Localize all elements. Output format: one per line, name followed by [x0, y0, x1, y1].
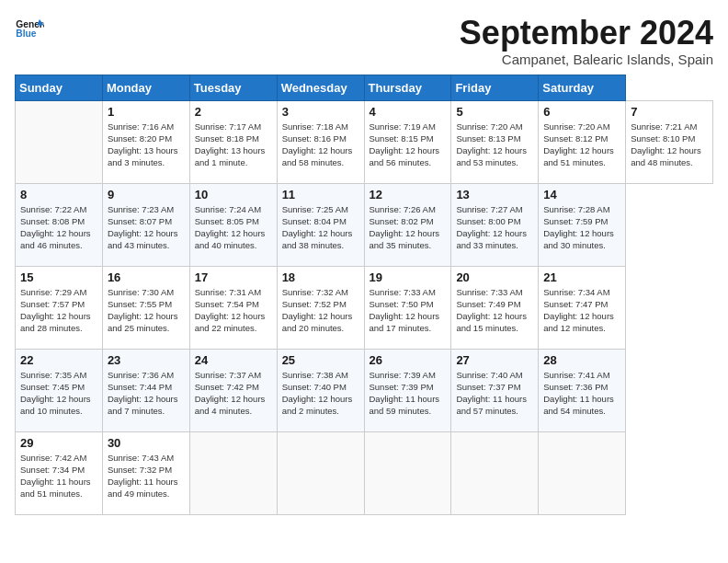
calendar-cell: 8 Sunrise: 7:22 AM Sunset: 8:08 PM Dayli…	[16, 183, 103, 266]
sunrise-text: Sunrise: 7:16 AM	[108, 121, 174, 132]
calendar-table: Sunday Monday Tuesday Wednesday Thursday…	[15, 75, 713, 515]
sunrise-text: Sunrise: 7:22 AM	[20, 204, 86, 214]
day-number: 1	[108, 105, 185, 119]
daylight-text: Daylight: 11 hours and 59 minutes.	[370, 394, 440, 416]
header-row: Sunday Monday Tuesday Wednesday Thursday…	[16, 75, 713, 100]
day-number: 23	[108, 353, 185, 367]
calendar-week-1: 1 Sunrise: 7:16 AM Sunset: 8:20 PM Dayli…	[16, 100, 713, 183]
sunrise-text: Sunrise: 7:36 AM	[108, 370, 174, 380]
day-info: Sunrise: 7:34 AM Sunset: 7:47 PM Dayligh…	[543, 286, 620, 335]
sunset-text: Sunset: 7:47 PM	[543, 299, 608, 309]
daylight-text: Daylight: 12 hours and 7 minutes.	[108, 394, 178, 416]
calendar-cell: 12 Sunrise: 7:26 AM Sunset: 8:02 PM Dayl…	[364, 183, 451, 266]
day-number: 18	[282, 270, 359, 284]
sunrise-text: Sunrise: 7:23 AM	[108, 204, 174, 214]
calendar-subtitle: Campanet, Balearic Islands, Spain	[460, 52, 713, 67]
title-block: September 2024 Campanet, Balearic Island…	[460, 15, 713, 67]
sunset-text: Sunset: 7:50 PM	[370, 299, 434, 309]
sunset-text: Sunset: 7:52 PM	[282, 299, 347, 309]
day-info: Sunrise: 7:21 AM Sunset: 8:10 PM Dayligh…	[631, 121, 708, 169]
daylight-text: Daylight: 12 hours and 33 minutes.	[456, 228, 527, 250]
daylight-text: Daylight: 12 hours and 12 minutes.	[543, 311, 614, 333]
day-info: Sunrise: 7:31 AM Sunset: 7:54 PM Dayligh…	[195, 286, 272, 335]
day-info: Sunrise: 7:23 AM Sunset: 8:07 PM Dayligh…	[108, 203, 185, 252]
sunset-text: Sunset: 7:34 PM	[20, 465, 85, 475]
header-monday: Monday	[102, 75, 189, 100]
calendar-cell	[364, 431, 451, 514]
sunset-text: Sunset: 8:10 PM	[631, 133, 695, 144]
day-info: Sunrise: 7:20 AM Sunset: 8:13 PM Dayligh…	[456, 121, 533, 169]
sunset-text: Sunset: 7:40 PM	[282, 382, 347, 392]
calendar-cell: 30 Sunrise: 7:43 AM Sunset: 7:32 PM Dayl…	[102, 431, 189, 514]
sunset-text: Sunset: 8:02 PM	[370, 216, 434, 226]
sunset-text: Sunset: 7:42 PM	[195, 382, 259, 392]
sunrise-text: Sunrise: 7:41 AM	[543, 370, 609, 380]
sunrise-text: Sunrise: 7:28 AM	[543, 204, 609, 214]
logo: General Blue	[15, 15, 44, 44]
day-number: 5	[456, 105, 533, 119]
daylight-text: Daylight: 11 hours and 49 minutes.	[108, 477, 178, 499]
day-number: 6	[543, 105, 620, 119]
daylight-text: Daylight: 13 hours and 3 minutes.	[108, 145, 178, 167]
svg-text:Blue: Blue	[16, 29, 36, 39]
daylight-text: Daylight: 12 hours and 48 minutes.	[631, 145, 701, 167]
daylight-text: Daylight: 11 hours and 54 minutes.	[543, 394, 614, 416]
day-info: Sunrise: 7:43 AM Sunset: 7:32 PM Dayligh…	[108, 452, 185, 500]
sunrise-text: Sunrise: 7:20 AM	[456, 121, 522, 132]
day-number: 11	[282, 188, 359, 201]
daylight-text: Daylight: 12 hours and 2 minutes.	[282, 394, 353, 416]
calendar-cell: 15 Sunrise: 7:29 AM Sunset: 7:57 PM Dayl…	[16, 266, 103, 349]
sunrise-text: Sunrise: 7:42 AM	[20, 453, 86, 463]
day-number: 4	[370, 105, 447, 119]
sunset-text: Sunset: 8:20 PM	[108, 133, 172, 144]
calendar-week-5: 29 Sunrise: 7:42 AM Sunset: 7:34 PM Dayl…	[16, 431, 713, 514]
daylight-text: Daylight: 12 hours and 43 minutes.	[108, 228, 178, 250]
day-number: 22	[20, 353, 97, 367]
sunrise-text: Sunrise: 7:25 AM	[282, 204, 348, 214]
daylight-text: Daylight: 12 hours and 53 minutes.	[456, 145, 527, 167]
calendar-cell: 7 Sunrise: 7:21 AM Sunset: 8:10 PM Dayli…	[626, 100, 713, 183]
daylight-text: Daylight: 11 hours and 51 minutes.	[20, 477, 91, 499]
day-number: 15	[20, 270, 97, 284]
daylight-text: Daylight: 12 hours and 28 minutes.	[20, 311, 91, 333]
calendar-cell: 11 Sunrise: 7:25 AM Sunset: 8:04 PM Dayl…	[277, 183, 364, 266]
calendar-cell: 19 Sunrise: 7:33 AM Sunset: 7:50 PM Dayl…	[364, 266, 451, 349]
day-number: 8	[20, 188, 97, 201]
sunset-text: Sunset: 8:00 PM	[456, 216, 520, 226]
sunrise-text: Sunrise: 7:27 AM	[456, 204, 522, 214]
logo-icon: General Blue	[15, 15, 44, 44]
calendar-cell: 24 Sunrise: 7:37 AM Sunset: 7:42 PM Dayl…	[189, 349, 277, 431]
calendar-cell	[539, 431, 626, 514]
sunrise-text: Sunrise: 7:32 AM	[282, 287, 348, 297]
sunset-text: Sunset: 7:44 PM	[108, 382, 172, 392]
sunrise-text: Sunrise: 7:33 AM	[370, 287, 436, 297]
sunrise-text: Sunrise: 7:38 AM	[282, 370, 348, 380]
sunrise-text: Sunrise: 7:37 AM	[195, 370, 261, 380]
sunset-text: Sunset: 8:04 PM	[282, 216, 347, 226]
day-number: 10	[195, 188, 272, 201]
sunrise-text: Sunrise: 7:34 AM	[543, 287, 609, 297]
sunrise-text: Sunrise: 7:39 AM	[370, 370, 436, 380]
calendar-cell: 21 Sunrise: 7:34 AM Sunset: 7:47 PM Dayl…	[539, 266, 626, 349]
day-number: 17	[195, 270, 272, 284]
sunset-text: Sunset: 7:54 PM	[195, 299, 259, 309]
sunset-text: Sunset: 8:18 PM	[195, 133, 259, 144]
calendar-cell: 9 Sunrise: 7:23 AM Sunset: 8:07 PM Dayli…	[102, 183, 189, 266]
calendar-cell: 25 Sunrise: 7:38 AM Sunset: 7:40 PM Dayl…	[277, 349, 364, 431]
calendar-cell: 5 Sunrise: 7:20 AM Sunset: 8:13 PM Dayli…	[451, 100, 539, 183]
daylight-text: Daylight: 12 hours and 58 minutes.	[282, 145, 353, 167]
sunrise-text: Sunrise: 7:19 AM	[370, 121, 436, 132]
daylight-text: Daylight: 12 hours and 20 minutes.	[282, 311, 353, 333]
day-number: 28	[543, 353, 620, 367]
day-number: 27	[456, 353, 533, 367]
day-number: 24	[195, 353, 272, 367]
calendar-cell: 18 Sunrise: 7:32 AM Sunset: 7:52 PM Dayl…	[277, 266, 364, 349]
sunrise-text: Sunrise: 7:18 AM	[282, 121, 348, 132]
calendar-cell: 20 Sunrise: 7:33 AM Sunset: 7:49 PM Dayl…	[451, 266, 539, 349]
day-info: Sunrise: 7:30 AM Sunset: 7:55 PM Dayligh…	[108, 286, 185, 335]
daylight-text: Daylight: 12 hours and 4 minutes.	[195, 394, 266, 416]
calendar-cell: 16 Sunrise: 7:30 AM Sunset: 7:55 PM Dayl…	[102, 266, 189, 349]
day-info: Sunrise: 7:17 AM Sunset: 8:18 PM Dayligh…	[195, 121, 272, 169]
day-number: 3	[282, 105, 359, 119]
sunset-text: Sunset: 7:55 PM	[108, 299, 172, 309]
